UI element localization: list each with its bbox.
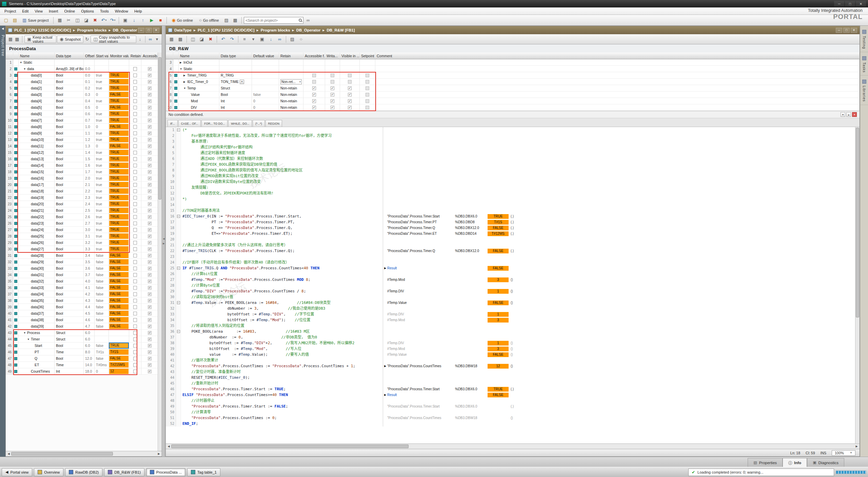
row-default-value[interactable]: false bbox=[252, 91, 279, 98]
watch-value[interactable]: 12 bbox=[488, 364, 509, 369]
row-start-value[interactable]: true bbox=[95, 117, 109, 123]
expander-icon[interactable]: ▼ bbox=[23, 331, 27, 334]
row-name[interactable]: data[1] bbox=[19, 79, 55, 85]
watch-entry[interactable]: "ProcessData".Process.Timer.Start%DB3.DB… bbox=[383, 403, 518, 409]
watch-value[interactable]: 1 bbox=[488, 341, 509, 346]
column-header[interactable]: Start value bbox=[95, 53, 109, 59]
code-line[interactable]: 48 //计时器停止 bbox=[166, 398, 383, 403]
row-datatype[interactable]: Int bbox=[219, 104, 252, 110]
row-datatype[interactable]: Bool bbox=[55, 79, 84, 85]
watch-value[interactable]: T#12MS bbox=[488, 231, 509, 236]
row-start-value[interactable]: 0 bbox=[95, 104, 109, 110]
code-line[interactable]: 52END_IF; bbox=[166, 421, 383, 427]
monitor-value[interactable]: TRUE bbox=[109, 233, 129, 239]
search-icon[interactable] bbox=[299, 19, 302, 22]
row-start-value[interactable]: true bbox=[95, 169, 109, 175]
interface-row[interactable]: 7▼TempStructNon-retain bbox=[166, 85, 860, 91]
accessible-checkbox[interactable] bbox=[148, 234, 152, 238]
taskbar-window-button[interactable]: Tag table_1 bbox=[187, 468, 220, 476]
monitor-value[interactable]: TRUE bbox=[109, 221, 129, 226]
accessible-checkbox[interactable] bbox=[312, 74, 316, 77]
row-monitor-cell[interactable]: TRUE bbox=[109, 246, 129, 252]
interface-row[interactable]: 10DIVInt0Non-retain bbox=[166, 104, 860, 111]
pane-float-button[interactable]: □ bbox=[843, 28, 850, 33]
accessible-checkbox[interactable] bbox=[148, 86, 152, 90]
row-name[interactable]: ▼Temp bbox=[179, 85, 219, 91]
project-tree-vertical-label[interactable]: Project tree bbox=[1, 35, 5, 56]
table-row[interactable]: 49CountTimesInt18.0012 bbox=[6, 368, 158, 375]
accessible-devices-icon[interactable]: ▨ bbox=[222, 16, 231, 24]
table-row[interactable]: 2▼dataArray[0..39] of Bool0.0 bbox=[6, 66, 158, 72]
monitor-value[interactable]: TRUE bbox=[109, 227, 129, 232]
row-start-value[interactable]: true bbox=[95, 111, 109, 117]
row-start-value[interactable]: true bbox=[95, 246, 109, 252]
row-datatype[interactable]: Bool bbox=[55, 272, 84, 278]
row-name[interactable]: data[19] bbox=[19, 194, 55, 201]
code-line[interactable]: 6 通过ADD（代数累加）来控制循环次数 bbox=[166, 156, 383, 162]
splitter-right-icon[interactable]: ▶ bbox=[163, 242, 164, 245]
accessible-checkbox[interactable] bbox=[148, 312, 152, 315]
row-datatype[interactable]: Bool bbox=[55, 182, 84, 188]
splitter-left-icon[interactable]: ◀ bbox=[163, 237, 164, 240]
monitor-value[interactable]: FALSE bbox=[109, 304, 129, 310]
row-monitor-cell[interactable]: FALSE bbox=[109, 252, 129, 258]
row-name[interactable]: data[16] bbox=[19, 175, 55, 181]
row-start-value[interactable]: T#1s bbox=[95, 349, 109, 355]
code-line[interactable]: 43 //复位计时器，准备重新计时 bbox=[166, 369, 383, 375]
row-start-value[interactable]: false bbox=[95, 252, 109, 258]
keep-actual-values-button[interactable]: ▣Keep actual values bbox=[24, 36, 56, 43]
retain-checkbox[interactable] bbox=[133, 273, 137, 277]
setpoint-checkbox[interactable] bbox=[366, 99, 369, 103]
code-vertical-scrollbar[interactable] bbox=[855, 127, 860, 443]
pane-close-button[interactable]: ✕ bbox=[153, 28, 159, 33]
go-offline-button[interactable]: ○Go offline bbox=[196, 16, 222, 24]
row-start-value[interactable]: true bbox=[95, 188, 109, 194]
table-row[interactable]: 7data[4]Bool0.4trueTRUE bbox=[6, 98, 158, 104]
row-start-value[interactable]: true bbox=[95, 214, 109, 220]
row-retain[interactable]: Non-retain bbox=[279, 104, 303, 110]
retain-checkbox[interactable] bbox=[133, 138, 137, 142]
fold-toggle-icon[interactable]: − bbox=[176, 265, 181, 271]
column-header[interactable]: Data type bbox=[55, 53, 84, 59]
table-row[interactable]: 26data[23]Bool2.7trueTRUE bbox=[6, 220, 158, 227]
tab-diagnostics[interactable]: ▣Diagnostics bbox=[807, 458, 844, 467]
writable-checkbox[interactable] bbox=[331, 106, 334, 109]
row-datatype[interactable]: Time bbox=[55, 349, 84, 355]
menu-window[interactable]: Window bbox=[112, 8, 131, 14]
cross-references-icon[interactable]: ∞ bbox=[304, 16, 312, 24]
monitor-value[interactable]: FALSE bbox=[109, 272, 129, 277]
monitor-value[interactable]: TRUE bbox=[109, 156, 129, 162]
code-horizontal-scrollbar[interactable]: ◀ ▶ bbox=[166, 443, 860, 449]
row-name[interactable]: data[23] bbox=[19, 220, 55, 226]
watch-entry[interactable]: #Temp.Mod3 bbox=[383, 317, 518, 323]
fold-toggle-icon[interactable]: − bbox=[176, 300, 181, 306]
row-monitor-cell[interactable]: FALSE bbox=[109, 310, 129, 316]
code-line[interactable]: 15//TON定时器基本用法 bbox=[166, 208, 383, 213]
delete-icon[interactable]: ✖ bbox=[206, 35, 215, 43]
snippet-fortodo[interactable]: FOR... TO DO... bbox=[201, 120, 228, 127]
watch-value[interactable]: FALSE bbox=[488, 300, 509, 305]
expander-icon[interactable]: ▶ bbox=[180, 61, 183, 64]
retain-checkbox[interactable] bbox=[133, 119, 137, 122]
code-line[interactable]: 38 byteOffset := #Temp."DIV"+2, //我写入MB2… bbox=[166, 340, 383, 346]
scroll-right-icon[interactable]: ▶ bbox=[854, 445, 859, 448]
code-line[interactable]: 27 #Temp."Mod" :="ProcessData".Process.C… bbox=[166, 277, 383, 283]
row-retain[interactable] bbox=[279, 66, 303, 72]
row-name[interactable]: data[12] bbox=[19, 149, 55, 155]
table-row[interactable]: 22data[19]Bool2.3trueTRUE bbox=[6, 194, 158, 201]
row-start-value[interactable]: false bbox=[95, 278, 109, 284]
watch-entry[interactable]: "ProcessData".Process.Timer.PT%DB3.DBD8T… bbox=[383, 219, 518, 225]
table-row[interactable]: 48ETTime14.0T#0msT#215MS bbox=[6, 362, 158, 368]
load-start-values-icon[interactable]: ↓ bbox=[137, 35, 143, 43]
accessible-checkbox[interactable] bbox=[312, 99, 316, 103]
row-comment[interactable] bbox=[375, 85, 860, 91]
pane-minimize-button[interactable]: ─ bbox=[836, 28, 842, 33]
code-line[interactable]: 14 bbox=[166, 202, 383, 208]
retain-checkbox[interactable] bbox=[133, 196, 137, 200]
breadcrumb-item[interactable]: Program blocks bbox=[77, 28, 107, 32]
monitor-value[interactable]: TRUE bbox=[109, 175, 129, 181]
row-start-value[interactable]: 0 bbox=[95, 143, 109, 149]
monitor-value[interactable]: FALSE bbox=[109, 298, 129, 303]
code-line[interactable]: 8 通过POKE_BOOL函数将获取的值写入指定类型和位置的地址区 bbox=[166, 167, 383, 173]
row-start-value[interactable]: T#0ms bbox=[95, 362, 109, 368]
